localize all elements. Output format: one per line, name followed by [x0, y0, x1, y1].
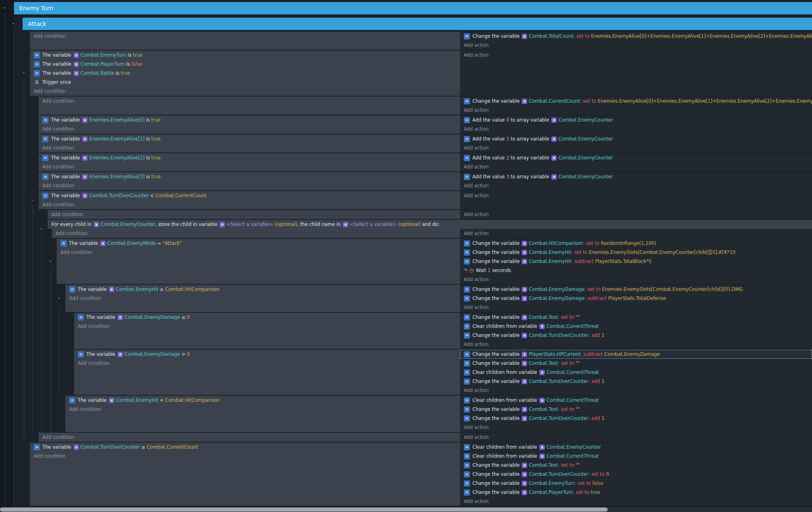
variable-icon: ≡ — [78, 351, 84, 357]
add-action-link[interactable]: Add action — [460, 41, 812, 50]
add-action-link[interactable]: Add action — [460, 433, 812, 442]
add-action-link[interactable]: Add action — [460, 125, 812, 134]
add-condition-link[interactable]: Add condition — [39, 143, 460, 152]
action-row[interactable]: ≡Change the variable xCombat.TotalCount:… — [460, 32, 812, 41]
condition-row[interactable]: ≡The variable xCombat.Battle is true — [30, 69, 460, 78]
token: Enemies.EnemySlots[Combat.EnemyCounter[c… — [589, 249, 736, 255]
action-row[interactable]: ≡Change the variable xCombat.TurnOverCou… — [460, 414, 812, 423]
action-row[interactable]: ≡Clear children from variable xCombat.Cu… — [460, 368, 812, 377]
condition-row[interactable]: ≡The variable xCombat.TurnOverCounter ≥ … — [30, 443, 460, 452]
action-row[interactable]: ≡Add the value 0 to array variable xComb… — [460, 115, 812, 125]
conditions-panel: ≡The variable xCombat.EnemyDamage ≤ 0Add… — [74, 313, 460, 349]
add-action-link[interactable]: Add action — [460, 340, 812, 349]
condition-row[interactable]: ≡The variable xCombat.EnemyTurn is true — [30, 51, 460, 60]
add-condition-link[interactable]: Add condition — [74, 322, 460, 331]
token: Combat.HitComparison — [165, 397, 220, 403]
add-condition-link[interactable]: Add condition — [30, 87, 460, 96]
inline-variable-icon: x — [82, 193, 88, 198]
action-row[interactable]: ≡Change the variable xCombat.TurnOverCou… — [460, 377, 812, 386]
inline-variable-icon: x — [522, 361, 527, 366]
add-condition-link[interactable]: Add condition — [30, 452, 460, 461]
condition-row[interactable]: ≡The variable xEnemies.EnemyAlive[1] is … — [39, 134, 460, 143]
add-action-link[interactable]: Add action — [460, 162, 812, 171]
action-row[interactable]: ≡Change the variable xCombat.EnemyDamage… — [460, 294, 812, 303]
action-row[interactable]: ≡Change the variable xCombat.HitComparis… — [460, 239, 812, 248]
condition-row[interactable]: ≡The variable xCombat.EnemyDamage > 0 — [74, 350, 460, 359]
token: Combat.CurrentCount — [147, 444, 198, 450]
add-action-link[interactable]: Add action — [460, 143, 812, 152]
condition-row[interactable]: ≡The variable xCombat.EnemyHit ≥ Combat.… — [65, 285, 460, 294]
condition-row[interactable]: ①Trigger once — [30, 78, 460, 87]
token: The variable — [51, 193, 81, 198]
add-condition-link[interactable]: Add condition — [48, 210, 460, 219]
condition-row[interactable]: ≡The variable xEnemies.EnemyAlive[0] is … — [39, 115, 460, 125]
add-link-label: Add action — [464, 231, 488, 236]
add-condition-link[interactable]: Add condition — [65, 405, 460, 414]
token: 1 — [601, 332, 604, 338]
condition-row[interactable]: ≡The variable xCombat.EnemyDamage ≤ 0 — [74, 313, 460, 322]
condition-row[interactable]: ≡The variable xEnemies.EnemyAlive[3] is … — [39, 172, 460, 181]
add-link-label: Add action — [464, 126, 488, 132]
add-action-link[interactable]: Add action — [460, 275, 812, 284]
action-row[interactable]: ≡Add the value 3 to array variable xComb… — [460, 172, 812, 181]
add-action-link[interactable]: Add action — [460, 181, 812, 190]
token: Combat.EnemyHit — [529, 258, 571, 264]
add-condition-link[interactable]: Add condition — [74, 359, 460, 368]
action-row[interactable]: ≡Change the variable xCombat.EnemyHit: s… — [460, 257, 812, 266]
add-condition-link[interactable]: Add condition — [52, 229, 460, 238]
action-row[interactable]: ≡Add the value 1 to array variable xComb… — [460, 134, 812, 143]
add-action-link[interactable]: Add action — [460, 497, 812, 506]
add-action-link[interactable]: Add action — [460, 386, 812, 395]
add-link-label: Add action — [464, 145, 488, 151]
add-action-link[interactable]: Add action — [460, 210, 812, 219]
action-row[interactable]: ≡Change the variable xCombat.CurrentCoun… — [460, 97, 812, 106]
action-row[interactable]: ↷◷Wait 1 seconds — [460, 266, 812, 275]
action-row[interactable]: ≡Change the variable xCombat.TurnOverCou… — [460, 470, 812, 479]
condition-row[interactable]: ≡The variable xCombat.EnemyMode = "Attac… — [57, 239, 460, 248]
action-row[interactable]: ≡Change the variable xCombat.EnemyTurn: … — [460, 479, 812, 488]
add-action-link[interactable]: Add action — [460, 423, 812, 432]
action-row[interactable]: ≡Change the variable xCombat.EnemyDamage… — [460, 285, 812, 294]
condition-row[interactable]: ≡The variable xCombat.TurnOverCounter < … — [39, 191, 460, 200]
variable-icon: ≡ — [464, 295, 470, 302]
token: The variable — [51, 136, 81, 142]
action-row[interactable]: ≡Change the variable xCombat.PlayerTurn:… — [460, 488, 812, 497]
add-action-link[interactable]: Add action — [460, 191, 812, 200]
add-action-link[interactable]: Add action — [460, 303, 812, 312]
token: <Select a variable> — [350, 221, 397, 227]
action-row[interactable]: ≡Change the variable xCombat.Test: set t… — [460, 461, 812, 470]
add-action-link[interactable]: Add action — [460, 229, 812, 238]
action-row[interactable]: ≡Change the variable xCombat.Test: set t… — [460, 405, 812, 414]
add-action-link[interactable]: Add action — [460, 51, 812, 60]
collapse-chevron-icon[interactable]: › — [2, 5, 7, 10]
add-condition-link[interactable]: Add condition — [39, 433, 460, 442]
action-row[interactable]: ≡Change the variable xCombat.Test: set t… — [460, 313, 812, 322]
action-row[interactable]: ≡Clear children from variable xCombat.Cu… — [460, 396, 812, 405]
add-link-label: Add condition — [42, 434, 74, 440]
collapse-chevron-icon[interactable]: › — [11, 21, 16, 26]
action-row[interactable]: ≡Clear children from variable xCombat.Cu… — [460, 452, 812, 461]
condition-row[interactable]: ≡The variable xCombat.PlayerTurn is fals… — [30, 60, 460, 69]
add-condition-link[interactable]: Add condition — [39, 97, 460, 106]
action-row[interactable]: ≡Change the variable xCombat.TurnOverCou… — [460, 331, 812, 340]
add-condition-link[interactable]: Add condition — [39, 125, 460, 134]
action-row[interactable]: ≡Change the variable xCombat.EnemyHit: s… — [460, 248, 812, 257]
add-condition-link[interactable]: Add condition — [30, 32, 460, 41]
condition-row[interactable]: ≡The variable xEnemies.EnemyAlive[2] is … — [39, 153, 460, 162]
add-condition-link[interactable]: Add condition — [65, 294, 460, 303]
add-condition-link[interactable]: Add condition — [39, 162, 460, 171]
action-row[interactable]: ≡Add the value 2 to array variable xComb… — [460, 153, 812, 162]
action-row[interactable]: ≡Clear children from variable xCombat.En… — [460, 443, 812, 452]
add-condition-link[interactable]: Add condition — [57, 248, 460, 257]
action-row[interactable]: ≡Change the variable xPlayerStats.HPCurr… — [460, 350, 812, 359]
group-header-enemy-turn[interactable]: Enemy Turn — [14, 2, 812, 14]
foreach-header[interactable]: For every child in xCombat.EnemyCounter,… — [48, 220, 812, 229]
add-condition-link[interactable]: Add condition — [39, 200, 460, 209]
action-row[interactable]: ≡Change the variable xCombat.Test: set t… — [460, 359, 812, 368]
group-header-attack[interactable]: Attack — [23, 18, 812, 30]
add-action-link[interactable]: Add action — [460, 106, 812, 115]
add-condition-link[interactable]: Add condition — [39, 181, 460, 190]
condition-row[interactable]: ≡The variable xCombat.EnemyHit < Combat.… — [65, 396, 460, 405]
action-row[interactable]: ≡Clear children from variable xCombat.Cu… — [460, 322, 812, 331]
horizontal-scrollbar-thumb[interactable] — [0, 507, 608, 512]
